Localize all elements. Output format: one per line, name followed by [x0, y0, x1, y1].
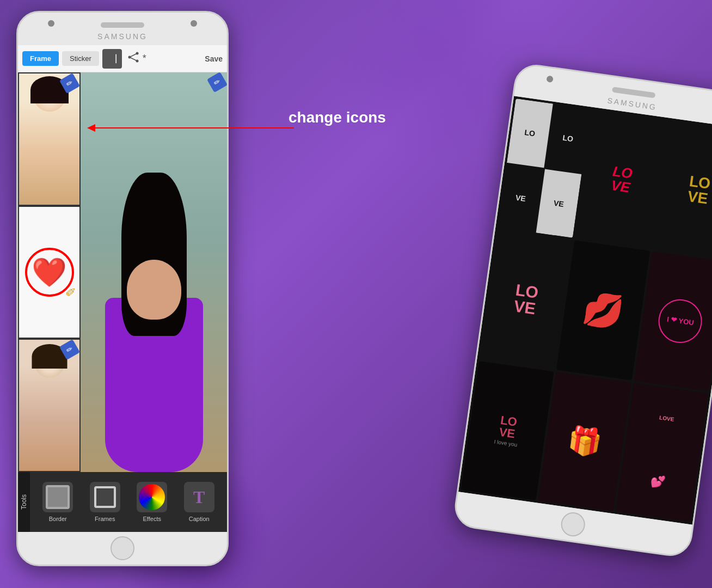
heart-sticker-container: ❤️ ✏	[25, 248, 74, 297]
hearts-sticker: 💕	[649, 474, 666, 491]
photo-slot-1[interactable]: ✏	[18, 72, 81, 206]
share-icon	[127, 52, 139, 63]
tool-caption[interactable]: T Caption	[184, 482, 214, 522]
caption-icon: T	[193, 487, 205, 507]
sticker-cell-2[interactable]: LO VE	[575, 109, 668, 249]
frame-button[interactable]: Frame	[22, 51, 59, 66]
svg-line-3	[130, 53, 137, 57]
love-sq-lo2: LO	[545, 104, 591, 173]
phone-speaker-left	[101, 22, 144, 28]
i-love-you-badge: I ❤ YOU	[656, 297, 705, 346]
share-button[interactable]	[127, 52, 139, 65]
left-phone: SAMSUNG Frame Sticker ⎹ * Save	[16, 11, 229, 566]
love-sparkle-ve: VE	[499, 426, 516, 440]
lips-sticker: 💋	[580, 289, 626, 333]
effects-label: Effects	[143, 516, 161, 522]
text-tool-icon: ⎹	[108, 54, 116, 64]
front-camera-left	[48, 20, 54, 27]
sticker-cell-7[interactable]: LO VE I love you	[461, 361, 554, 500]
brand-text-left: SAMSUNG	[97, 32, 148, 41]
text-tool-button[interactable]: ⎹	[102, 49, 122, 69]
sticker-cell-4[interactable]: LO VE	[479, 230, 572, 369]
star-button[interactable]: *	[143, 53, 146, 64]
caption-icon-box: T	[184, 482, 214, 512]
tool-items-container: Border Frames Effects	[30, 477, 227, 526]
frames-icon-box	[90, 482, 120, 512]
sticker-cell-5[interactable]: 💋	[556, 241, 649, 380]
svg-marker-6	[87, 124, 95, 132]
tools-label: Tools	[18, 472, 30, 532]
tool-frames[interactable]: Frames	[90, 482, 120, 522]
svg-line-4	[130, 57, 137, 61]
home-button-left[interactable]	[111, 536, 134, 560]
sticker-grid: LO LO VE VE LO VE LO VE LO VE 💋	[458, 96, 712, 524]
phone-speaker-right	[612, 87, 656, 98]
phone-top-bar-left: SAMSUNG	[18, 13, 227, 45]
sticker-cell-9[interactable]: LOVE 💕	[615, 383, 708, 522]
photo-thumbnail-3	[19, 340, 79, 471]
photo-slot-3[interactable]: ✏	[18, 339, 81, 472]
gift-box-sticker: 🎁	[566, 424, 603, 460]
love-text-gold-ve: VE	[686, 188, 709, 206]
love-text-ve: VE	[610, 178, 631, 195]
effects-icon	[139, 484, 165, 510]
sticker-cell-8[interactable]: 🎁	[538, 372, 631, 511]
love-sq-ve2: VE	[536, 169, 582, 238]
annotation-arrow-svg	[82, 120, 294, 142]
save-button[interactable]: Save	[205, 54, 223, 63]
annotation-container: change icons	[289, 109, 386, 132]
photo-thumbnail-1	[19, 74, 79, 205]
effects-icon-box	[137, 482, 167, 512]
front-camera-right	[191, 20, 197, 27]
caption-label: Caption	[189, 516, 210, 522]
front-camera-right-left	[546, 75, 554, 83]
app-toolbar: Frame Sticker ⎹ * Save	[18, 45, 227, 72]
border-icon-box	[42, 482, 73, 512]
love-pink-ve: VE	[513, 298, 537, 317]
love-hearts-text: LOVE	[631, 411, 703, 426]
phone-bottom-left	[18, 532, 227, 565]
photo-slot-2[interactable]: ❤️ ✏	[18, 206, 81, 339]
photo-column-left: ✏ ❤️ ✏ ✏	[18, 72, 81, 472]
sticker-button[interactable]: Sticker	[62, 51, 99, 66]
tool-effects[interactable]: Effects	[137, 482, 167, 522]
face	[127, 260, 181, 320]
frames-icon	[94, 486, 116, 508]
sticker-cell-1[interactable]: LO LO VE VE	[498, 99, 591, 238]
annotation-text: change icons	[289, 109, 386, 126]
app-screen: Frame Sticker ⎹ * Save	[18, 45, 227, 532]
brand-text-right: SAMSUNG	[607, 96, 658, 112]
bottom-toolbar: Tools Border Frames	[18, 472, 227, 532]
tool-border[interactable]: Border	[42, 482, 73, 522]
home-button-right[interactable]	[560, 511, 587, 538]
border-icon	[46, 485, 70, 509]
frames-label: Frames	[95, 516, 115, 522]
heart-emoji: ❤️	[32, 258, 67, 286]
border-label: Border	[49, 516, 67, 522]
